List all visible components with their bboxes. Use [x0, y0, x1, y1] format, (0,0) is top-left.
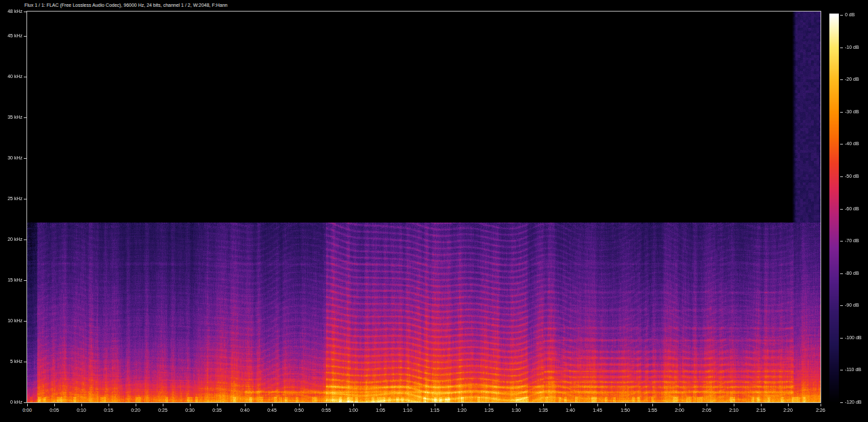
- db-tick-label: -80 dB: [845, 270, 859, 276]
- freq-tick: [24, 280, 26, 281]
- time-tick-label: 1:50: [612, 407, 639, 413]
- db-tick-label: -110 dB: [845, 366, 861, 372]
- time-tick-label: 1:05: [367, 407, 394, 413]
- freq-tick-label: 15 kHz: [0, 277, 22, 283]
- time-tick: [734, 404, 734, 406]
- freq-tick-label: 45 kHz: [0, 33, 22, 39]
- time-tick: [326, 404, 327, 406]
- file-info-title: Flux 1 / 1: FLAC (Free Lossless Audio Co…: [24, 2, 227, 8]
- db-tick: [840, 15, 843, 16]
- time-tick: [380, 404, 381, 406]
- db-tick-label: -20 dB: [845, 76, 859, 82]
- time-tick: [245, 404, 245, 406]
- time-tick: [652, 404, 653, 406]
- time-tick: [761, 404, 762, 406]
- db-tick-label: -10 dB: [845, 44, 859, 50]
- time-tick: [707, 404, 707, 406]
- time-tick-label: 2:15: [747, 407, 774, 413]
- db-tick-label: -50 dB: [845, 173, 859, 179]
- db-tick: [840, 47, 843, 48]
- time-tick-label: 2:10: [720, 407, 747, 413]
- time-tick-label: 1:20: [448, 407, 475, 413]
- time-tick-label: 1:35: [530, 407, 557, 413]
- time-tick: [108, 404, 109, 406]
- time-tick-label: 1:55: [639, 407, 666, 413]
- time-tick-label: 1:00: [340, 407, 367, 413]
- time-tick: [516, 404, 517, 406]
- time-tick-label: 0:55: [313, 407, 340, 413]
- freq-tick: [24, 402, 26, 403]
- freq-tick-label: 20 kHz: [0, 236, 22, 242]
- time-tick-label: 1:15: [421, 407, 448, 413]
- time-tick-label: 0:45: [258, 407, 285, 413]
- freq-tick: [24, 158, 26, 159]
- time-tick-label: 2:20: [774, 407, 802, 413]
- db-tick-label: -40 dB: [845, 140, 859, 147]
- db-tick: [840, 305, 843, 306]
- time-tick: [543, 404, 544, 406]
- db-tick: [840, 144, 843, 145]
- time-tick-label: 1:10: [394, 407, 421, 413]
- freq-tick-label: 48 kHz: [0, 8, 22, 14]
- db-tick: [840, 209, 843, 210]
- time-tick: [163, 404, 163, 406]
- time-tick-label: 0:35: [203, 407, 231, 413]
- time-tick-label: 1:40: [557, 407, 584, 413]
- db-tick-label: -100 dB: [845, 334, 862, 341]
- time-tick-label: 0:40: [231, 407, 258, 413]
- freq-tick-label: 10 kHz: [0, 318, 22, 324]
- db-tick: [840, 79, 843, 80]
- db-tick-label: -90 dB: [845, 302, 859, 308]
- time-tick: [625, 404, 626, 406]
- freq-tick-label: 30 kHz: [0, 155, 22, 161]
- time-tick: [353, 404, 354, 406]
- time-tick-label: 2:05: [693, 407, 720, 413]
- db-tick-label: -30 dB: [845, 109, 859, 115]
- db-tick-label: -70 dB: [845, 237, 859, 244]
- db-tick: [840, 370, 843, 370]
- time-tick-label: 0:00: [14, 407, 41, 413]
- db-tick: [840, 112, 843, 113]
- db-legend-gradient: [829, 14, 839, 402]
- time-tick: [435, 404, 435, 406]
- db-tick: [840, 241, 843, 242]
- time-tick-label: 1:25: [475, 407, 502, 413]
- time-tick: [299, 404, 300, 406]
- freq-tick: [24, 117, 26, 118]
- freq-tick-label: 35 kHz: [0, 114, 22, 120]
- time-tick: [136, 404, 136, 406]
- time-tick-label: 0:20: [122, 407, 149, 413]
- time-tick-label: 2:00: [666, 407, 693, 413]
- time-tick: [408, 404, 408, 406]
- time-tick: [570, 404, 571, 406]
- time-tick: [462, 404, 462, 406]
- time-tick: [27, 404, 28, 406]
- time-tick: [679, 404, 680, 406]
- time-tick-label: 2:26: [807, 407, 834, 413]
- time-tick: [272, 404, 273, 406]
- db-tick: [840, 273, 843, 274]
- time-tick-label: 0:30: [176, 407, 203, 413]
- freq-tick: [24, 77, 26, 77]
- freq-tick-label: 40 kHz: [0, 73, 22, 79]
- db-tick: [840, 338, 843, 339]
- freq-tick: [24, 199, 26, 199]
- time-tick: [190, 404, 191, 406]
- freq-tick-label: 0 kHz: [0, 399, 22, 405]
- time-tick-label: 0:10: [68, 407, 95, 413]
- db-tick-label: -60 dB: [845, 206, 859, 212]
- freq-tick-label: 25 kHz: [0, 195, 22, 202]
- db-tick: [840, 402, 843, 403]
- time-tick-label: 0:15: [95, 407, 122, 413]
- freq-tick: [24, 239, 26, 240]
- time-tick: [54, 404, 55, 406]
- db-tick: [840, 176, 843, 177]
- time-tick-label: 0:25: [149, 407, 176, 413]
- time-tick-label: 0:50: [285, 407, 313, 413]
- freq-tick: [24, 12, 26, 12]
- freq-tick-label: 5 kHz: [0, 358, 22, 364]
- time-tick-label: 1:30: [502, 407, 530, 413]
- freq-tick: [24, 36, 26, 37]
- db-tick-label: -120 dB: [845, 399, 862, 405]
- freq-tick: [24, 321, 26, 322]
